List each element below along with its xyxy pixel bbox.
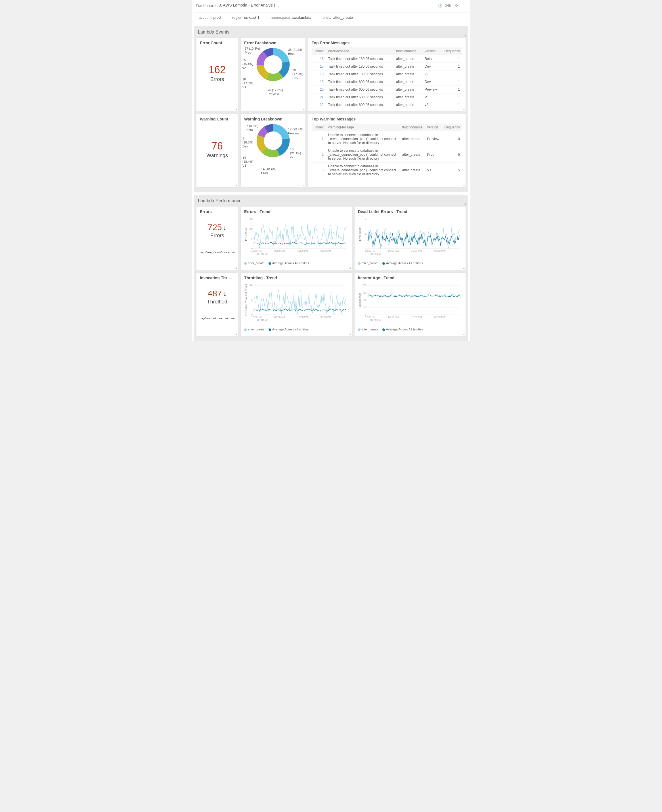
breadcrumb-current[interactable]: 3. AWS Lambda - Error Analysis ⌄ (219, 3, 280, 8)
filter-bar: account prod region us-east-1 namespace … (194, 12, 468, 23)
table-row[interactable]: 16Task timed out after 180.06 secondsaft… (312, 55, 462, 63)
svg-text:12:00 PM: 12:00 PM (411, 250, 422, 252)
table-header[interactable]: Index (312, 124, 326, 131)
svg-text:21 Aug 20: 21 Aug 20 (370, 319, 381, 321)
svg-text:5: 5 (251, 299, 253, 301)
legend-dot-icon (358, 262, 360, 265)
svg-text:12:00 PM: 12:00 PM (297, 250, 308, 252)
svg-text:150: 150 (362, 291, 366, 294)
line-chart-deadletter[interactable]: 024Error Count12:00 AM06:00 AM12:00 PM06… (358, 216, 462, 259)
svg-text:10: 10 (250, 284, 253, 287)
filter-region[interactable]: region us-east-1 (232, 15, 259, 20)
svg-text:21 Aug 20: 21 Aug 20 (256, 319, 267, 321)
panel-throttling-trend: Throttling - Trend 0510Invocation Thrott… (241, 272, 352, 337)
perf-throttled-value: 487 (207, 288, 222, 298)
table-header[interactable]: Frequency (442, 124, 462, 131)
svg-text:Error Count: Error Count (358, 227, 362, 241)
table-header[interactable]: version (425, 124, 442, 131)
table-row[interactable]: 1Unable to connect to database in _creat… (312, 131, 462, 147)
panel-top-error-messages: Top Error Messages IndexerrorMessagefunc… (308, 37, 466, 111)
svg-text:15: 15 (250, 218, 253, 221)
legend-dot-icon (244, 262, 247, 265)
warning-table-scroll[interactable]: IndexwarningMessagefunctionnameversionFr… (312, 124, 462, 178)
table-row[interactable]: 3Unable to connect to database in _creat… (312, 163, 462, 178)
svg-text:Invocation Throttled Count: Invocation Throttled Count (244, 284, 247, 316)
table-row[interactable]: 2Unable to connect to database in _creat… (312, 147, 462, 163)
table-row[interactable]: 20Task timed out after 600.06 secondsaft… (312, 86, 462, 93)
table-row[interactable]: 22Task timed out after 600.06 secondsaft… (312, 101, 462, 109)
legend-dot-icon (382, 329, 385, 331)
error-table-scroll[interactable]: IndexerrorMessagefunctionnameversionFreq… (312, 47, 462, 108)
section-lambda-events: Lambda Events Error Count 162 Errors Err… (194, 26, 468, 192)
panel-errors-trend: Errors - Trend 051015Error Count12:00 AM… (241, 206, 352, 270)
panel-error-count: Error Count 162 Errors (196, 37, 238, 111)
clock-icon: 🕓 (438, 3, 443, 8)
svg-text:21 Aug 20: 21 Aug 20 (370, 252, 381, 255)
svg-text:12:00 AM: 12:00 AM (365, 250, 376, 252)
table-header[interactable]: functionname (400, 124, 425, 131)
svg-text:06:00 PM: 06:00 PM (320, 250, 331, 252)
arrow-down-icon: ↓ (223, 223, 227, 232)
svg-text:06:00 PM: 06:00 PM (434, 250, 445, 252)
legend-dot-icon (244, 329, 247, 331)
svg-text:06:00 AM: 06:00 AM (274, 316, 285, 319)
section-title: Lambda Performance (194, 195, 468, 206)
panel-perf-errors: Errors 725 ↓ Errors (196, 206, 238, 270)
line-chart-throttling[interactable]: 0510Invocation Throttled Count12:00 AM06… (244, 282, 348, 325)
sparkline (200, 315, 235, 322)
svg-text:06:00 AM: 06:00 AM (274, 250, 285, 252)
section-title: Lambda Events (194, 26, 468, 37)
error-count-value: 162 (209, 64, 226, 76)
filter-namespace[interactable]: namespace aws/lambda (271, 15, 312, 20)
svg-point-5 (260, 52, 286, 77)
legend-dot-icon (358, 329, 360, 331)
table-row[interactable]: 19Task timed out after 600.06 secondsaft… (312, 78, 462, 86)
table-header[interactable]: version (423, 47, 442, 55)
table-row[interactable]: 21Task timed out after 600.06 secondsaft… (312, 93, 462, 101)
legend-dot-icon (382, 262, 385, 265)
table-header[interactable]: Index (312, 47, 326, 55)
refresh-icon[interactable]: ⟳ (455, 3, 458, 8)
panel-deadletter-trend: Dead Letter Errors - Trend 024Error Coun… (354, 206, 466, 270)
line-chart-errors[interactable]: 051015Error Count12:00 AM06:00 AM12:00 P… (244, 216, 348, 259)
chevron-down-icon: ⌄ (277, 4, 280, 7)
sparkline (200, 249, 235, 256)
svg-text:12:00 AM: 12:00 AM (251, 250, 262, 252)
svg-text:100: 100 (362, 299, 366, 301)
table-row[interactable]: 18Task timed out after 180.06 secondsaft… (312, 71, 462, 78)
error-table: IndexerrorMessagefunctionnameversionFreq… (312, 47, 462, 108)
table-row[interactable]: 17Task timed out after 180.06 secondsaft… (312, 63, 462, 71)
table-header[interactable]: errorMessage (326, 47, 394, 55)
svg-text:06:00 PM: 06:00 PM (320, 316, 331, 319)
more-menu-icon[interactable]: ⋮ (462, 3, 466, 8)
svg-text:Milliseconds: Milliseconds (358, 293, 362, 308)
panel-perf-throttled: Invocation Thr… 487 ↓ Throttled (196, 272, 238, 337)
svg-text:12:00 PM: 12:00 PM (411, 316, 422, 319)
section-lambda-performance: Lambda Performance Errors 725 ↓ Errors E… (194, 195, 468, 341)
line-chart-iterator[interactable]: 050100150200Milliseconds12:00 AM06:00 AM… (358, 282, 462, 325)
panel-warning-breakdown: Warning Breakdown 17 (22.4%) Preview 16 … (241, 114, 306, 187)
svg-text:10: 10 (250, 227, 253, 230)
warning-table: IndexwarningMessagefunctionnameversionFr… (312, 124, 462, 178)
header: Dashboards 3. AWS Lambda - Error Analysi… (191, 0, 471, 11)
panel-top-warning-messages: Top Warning Messages IndexwarningMessage… (308, 114, 466, 187)
svg-text:2: 2 (365, 232, 366, 235)
arrow-down-icon: ↓ (223, 289, 227, 298)
table-header[interactable]: warningMessage (326, 124, 400, 131)
time-range-picker[interactable]: 🕓 -24h (438, 3, 451, 8)
filter-account[interactable]: account prod (199, 15, 221, 20)
svg-text:06:00 AM: 06:00 AM (388, 250, 398, 252)
panel-error-breakdown: Error Breakdown 35 (21.6%) Beta 29 (17.9… (241, 37, 306, 111)
table-header[interactable]: Frequency (442, 47, 462, 55)
table-header[interactable]: functionname (394, 47, 423, 55)
breadcrumb-root[interactable]: Dashboards (196, 3, 218, 8)
svg-text:06:00 PM: 06:00 PM (434, 316, 445, 319)
svg-text:5: 5 (251, 237, 253, 240)
svg-text:06:00 AM: 06:00 AM (388, 316, 398, 319)
filter-entity[interactable]: entity after_create (323, 15, 353, 20)
panel-iterator-trend: Iterator Age - Trend 050100150200Millise… (354, 272, 466, 337)
legend-dot-icon (268, 262, 271, 265)
panel-warning-count: Warning Count 76 Warnings (196, 114, 238, 187)
warning-count-value: 76 (212, 140, 223, 152)
svg-text:50: 50 (364, 306, 366, 309)
